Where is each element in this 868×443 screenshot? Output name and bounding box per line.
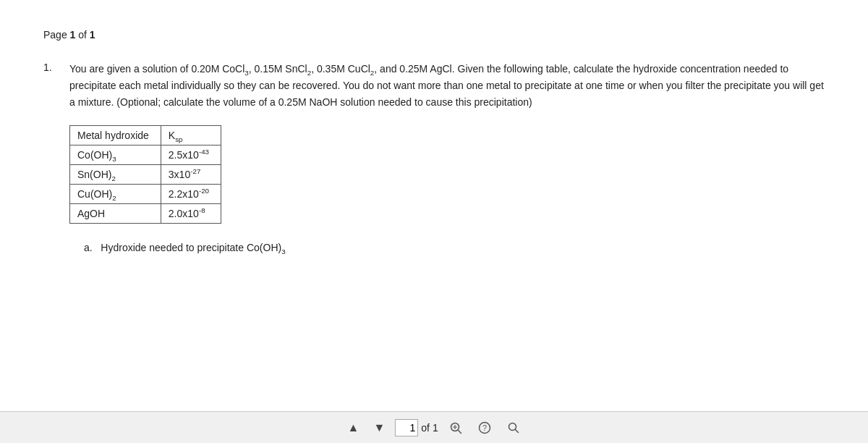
page-content: Page 1 of 1 1. You are given a solution … xyxy=(0,0,868,411)
page-of-label: of 1 xyxy=(421,422,438,434)
page-text: Page xyxy=(43,29,70,41)
table-cell-compound: AgOH xyxy=(70,204,161,224)
table-cell-compound: Cu(OH)2 xyxy=(70,185,161,204)
table-cell-compound: Co(OH)3 xyxy=(70,145,161,165)
help-button[interactable]: ? xyxy=(473,416,496,439)
sub-question-a: a. Hydroxide needed to precipitate Co(OH… xyxy=(84,240,825,256)
table-cell-ksp: 2.0x10-8 xyxy=(161,204,221,224)
svg-line-1 xyxy=(458,430,461,433)
scroll-down-button[interactable]: ▼ xyxy=(369,418,389,438)
table-cell-ksp: 2.2x10-20 xyxy=(161,185,221,204)
zoom-icon xyxy=(449,421,462,434)
page-label: Page 1 of 1 xyxy=(43,29,825,41)
sub-question-label: a. xyxy=(84,242,98,253)
table-header-ksp: Ksp xyxy=(161,126,221,145)
scroll-up-button[interactable]: ▲ xyxy=(343,418,363,438)
sub-question-text: Hydroxide needed to precipitate Co(OH)3 xyxy=(101,242,285,253)
question-body: You are given a solution of 0.20M CoCl3,… xyxy=(69,61,825,256)
page-total: 1 xyxy=(90,29,95,41)
help-icon: ? xyxy=(478,421,491,434)
table-cell-ksp: 2.5x10-43 xyxy=(161,145,221,165)
table-cell-compound: Sn(OH)2 xyxy=(70,165,161,185)
page-of: of xyxy=(75,29,89,41)
svg-text:?: ? xyxy=(482,423,487,432)
question-text: You are given a solution of 0.20M CoCl3,… xyxy=(69,61,825,111)
svg-line-7 xyxy=(515,429,518,432)
search-icon xyxy=(507,421,520,434)
table-row: Co(OH)3 2.5x10-43 xyxy=(70,145,221,165)
ksp-table: Metal hydroxide Ksp Co(OH)3 2.5x10-43 Sn… xyxy=(69,125,221,224)
toolbar: ▲ ▼ of 1 ? xyxy=(0,411,868,443)
page-input-group: of 1 xyxy=(395,419,438,436)
table-cell-ksp: 3x10-27 xyxy=(161,165,221,185)
table-row: Cu(OH)2 2.2x10-20 xyxy=(70,185,221,204)
question-number: 1. xyxy=(43,61,61,256)
page-number-input[interactable] xyxy=(395,419,418,436)
table-header-compound: Metal hydroxide xyxy=(70,126,161,145)
search-button[interactable] xyxy=(502,416,525,439)
table-row: Sn(OH)2 3x10-27 xyxy=(70,165,221,185)
question-block: 1. You are given a solution of 0.20M CoC… xyxy=(43,61,825,256)
zoom-button[interactable] xyxy=(444,416,467,439)
table-row: AgOH 2.0x10-8 xyxy=(70,204,221,224)
